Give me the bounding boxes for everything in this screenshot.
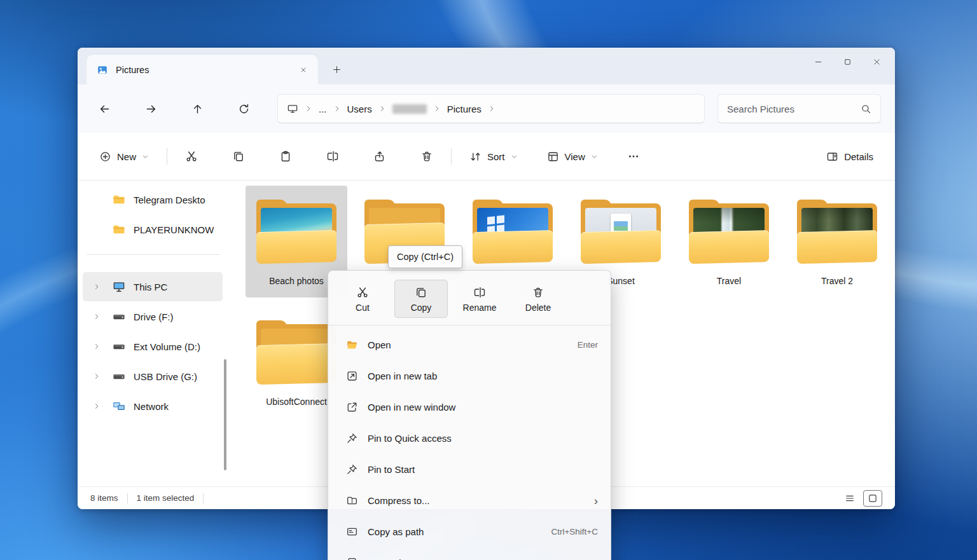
navigation-bar: ... Users Pictures (78, 85, 895, 133)
chevron-down-icon (591, 153, 598, 160)
breadcrumb-item[interactable] (378, 104, 427, 114)
large-thumbnails-view-toggle[interactable] (863, 490, 882, 507)
sidebar-divider (87, 254, 220, 255)
chevron-right-icon (305, 105, 312, 113)
menu-item-open[interactable]: Open Enter (328, 329, 611, 360)
chevron-right-icon[interactable] (93, 312, 107, 321)
tab-pictures[interactable]: Pictures (87, 55, 318, 85)
new-tab-button[interactable] (326, 58, 347, 80)
window-controls (803, 48, 891, 76)
this-pc-icon (112, 280, 126, 294)
more-options-button[interactable] (620, 142, 648, 170)
breadcrumb-item-users[interactable]: Users (333, 104, 372, 114)
items-count: 8 items (90, 493, 118, 503)
open-new-tab-icon (346, 370, 359, 383)
menu-item-compress-to[interactable]: Compress to... (328, 485, 611, 516)
chevron-right-icon[interactable] (93, 372, 107, 381)
copy-button[interactable] (225, 142, 253, 170)
folder-icon (254, 198, 338, 264)
folder-icon (254, 319, 338, 385)
sidebar-item-network[interactable]: Network (83, 392, 223, 421)
sidebar-item-usb-drive-g[interactable]: USB Drive (G:) (83, 362, 223, 391)
quick-action-copy[interactable]: Copy (394, 280, 448, 318)
view-button[interactable]: View (539, 144, 606, 169)
quick-action-delete[interactable]: Delete (511, 280, 565, 318)
folder-icon (795, 198, 879, 264)
folder-icon (579, 198, 663, 264)
refresh-button[interactable] (231, 96, 256, 121)
chevron-right-icon (333, 105, 341, 113)
back-button[interactable] (92, 96, 117, 121)
sidebar-item-drive-f[interactable]: Drive (F:) (83, 302, 223, 331)
folder-travel-2[interactable]: Travel 2 (786, 186, 888, 297)
sidebar-scrollbar[interactable] (223, 181, 228, 486)
sort-button[interactable]: Sort (462, 144, 525, 169)
new-button[interactable]: New (92, 144, 156, 169)
tab-close-button[interactable] (295, 62, 312, 78)
menu-item-open-in-new-window[interactable]: Open in new window (328, 392, 611, 423)
network-icon (112, 399, 126, 413)
sidebar-item-playerunknow[interactable]: PLAYERUNKNOW (83, 215, 223, 244)
cut-button[interactable] (177, 142, 205, 170)
chevron-right-icon (488, 105, 495, 113)
breadcrumb-item[interactable]: ... (305, 104, 327, 114)
delete-icon (532, 286, 544, 299)
menu-item-open-in-new-tab[interactable]: Open in new tab (328, 360, 611, 392)
sidebar: Telegram Deskto PLAYERUNKNOW Thi (78, 181, 229, 486)
folder-icon (687, 198, 771, 264)
pin-icon (346, 432, 359, 445)
share-button[interactable] (366, 142, 394, 170)
menu-separator (328, 325, 611, 325)
breadcrumb[interactable]: ... Users Pictures (277, 94, 705, 123)
selected-count: 1 item selected (137, 493, 195, 503)
folder-travel[interactable]: Travel (678, 186, 780, 297)
scrollbar-thumb[interactable] (224, 359, 226, 470)
paste-button[interactable] (272, 142, 300, 170)
search-box[interactable] (717, 94, 881, 123)
chevron-right-icon[interactable] (93, 402, 107, 411)
drive-icon (112, 339, 126, 353)
chevron-right-icon[interactable] (93, 342, 107, 351)
menu-item-pin-to-start[interactable]: Pin to Start (328, 454, 611, 485)
forward-button[interactable] (138, 96, 163, 121)
new-button-label: New (117, 151, 136, 162)
details-button[interactable]: Details (819, 144, 881, 169)
context-menu: Cut Copy Rename Delete Open Enter (328, 270, 611, 560)
folder-label: Travel 2 (786, 276, 888, 287)
rename-button[interactable] (319, 142, 347, 170)
folder-icon (112, 193, 126, 207)
menu-item-copy-as-path[interactable]: Copy as path Ctrl+Shift+C (328, 516, 611, 547)
view-button-label: View (565, 151, 585, 162)
up-button[interactable] (184, 96, 210, 121)
chevron-right-icon[interactable] (93, 282, 107, 291)
view-icon (547, 151, 559, 163)
search-input[interactable] (727, 104, 856, 114)
close-button[interactable] (862, 48, 891, 76)
quick-action-cut[interactable]: Cut (336, 280, 389, 318)
open-new-window-icon (346, 401, 359, 414)
drive-icon (112, 310, 126, 324)
details-view-toggle[interactable] (840, 490, 859, 507)
menu-item-pin-to-quick-access[interactable]: Pin to Quick access (328, 423, 611, 454)
pin-icon (346, 463, 359, 476)
minimize-button[interactable] (803, 48, 833, 76)
chevron-down-icon (142, 153, 149, 160)
breadcrumb-item-pictures[interactable]: Pictures (433, 104, 482, 114)
chevron-right-icon (378, 105, 386, 113)
delete-button[interactable] (413, 142, 441, 170)
sidebar-item-this-pc[interactable]: This PC (83, 272, 223, 301)
pictures-icon (97, 64, 108, 76)
rename-icon (473, 286, 486, 299)
folder-icon (471, 198, 555, 264)
command-bar: New Sort View (78, 133, 895, 181)
sidebar-item-ext-volume-d[interactable]: Ext Volume (D:) (83, 332, 223, 361)
sidebar-item-telegram-deskto[interactable]: Telegram Deskto (83, 185, 223, 214)
menu-item-properties[interactable]: Properties (328, 547, 611, 560)
quick-action-rename[interactable]: Rename (453, 280, 506, 318)
toolbar-divider (167, 148, 167, 165)
this-pc-icon[interactable] (287, 103, 298, 114)
search-icon[interactable] (861, 104, 871, 114)
details-icon (826, 151, 838, 163)
maximize-button[interactable] (833, 48, 862, 76)
sort-button-label: Sort (487, 151, 505, 162)
